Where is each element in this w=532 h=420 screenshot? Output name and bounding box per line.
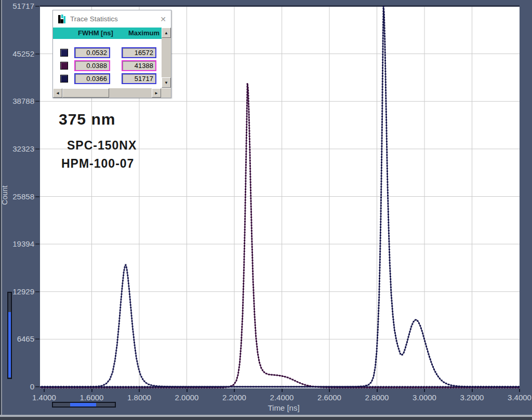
- x-tick-label: 3.0000: [406, 393, 443, 402]
- stats-row: 0.038841388: [53, 59, 162, 72]
- x-tick-label: 2.0000: [169, 393, 205, 402]
- y-tick-label: 32323: [3, 144, 34, 153]
- x-axis-title: Time [ns]: [258, 403, 310, 412]
- close-icon[interactable]: ✕: [160, 15, 166, 23]
- x-tick-mark: [44, 389, 45, 392]
- maximum-value-field: 16572: [122, 47, 156, 58]
- x-tick-label: 3.2000: [454, 393, 490, 402]
- y-tick-mark: [35, 291, 39, 292]
- scroll-down-icon[interactable]: ▼: [162, 77, 171, 88]
- y-tick-label: 51717: [3, 2, 34, 10]
- trace-2-series: [40, 83, 520, 388]
- y-tick-label: 0: [3, 382, 34, 391]
- stats-window-title: Trace Statistics: [70, 15, 160, 23]
- window-left-edge-highlight: [1, 0, 2, 420]
- column-header-maximum: Maximum: [126, 29, 162, 37]
- fwhm-value-field: 0.0366: [74, 73, 110, 84]
- y-tick-mark: [35, 6, 39, 7]
- x-tick-mark: [234, 389, 235, 392]
- annotation-detector: HPM-100-07: [61, 157, 134, 171]
- x-zoom-slider[interactable]: [52, 402, 116, 408]
- stats-header-row: FWHM [ns] Maximum: [53, 28, 162, 39]
- maximum-value-field: 41388: [122, 60, 156, 71]
- x-tick-label: 1.4000: [26, 393, 62, 402]
- trace-1-series: [40, 264, 520, 388]
- y-tick-label: 45252: [3, 49, 34, 58]
- annotation-module: SPC-150NX: [67, 139, 137, 153]
- y-tick-mark: [35, 338, 39, 340]
- x-tick-label: 3.4000: [501, 393, 532, 402]
- x-tick-mark: [282, 389, 283, 392]
- horizontal-scroll-thumb[interactable]: [62, 88, 109, 98]
- stats-window-titlebar[interactable]: Trace Statistics ✕: [53, 10, 171, 28]
- y-tick-mark: [35, 53, 39, 55]
- scroll-left-icon[interactable]: ◄: [53, 88, 62, 98]
- y-tick-mark: [35, 386, 39, 387]
- trace-statistics-window: Trace Statistics ✕ FWHM [ns] Maximum 0.0…: [52, 10, 171, 98]
- x-tick-label: 2.2000: [216, 393, 252, 402]
- trace-color-swatch[interactable]: [60, 49, 68, 57]
- x-tick-label: 1.8000: [121, 393, 157, 402]
- fwhm-value-field: 0.0388: [74, 60, 110, 71]
- maximum-value-field: 51717: [122, 73, 156, 84]
- x-tick-mark: [424, 389, 425, 392]
- x-tick-label: 2.8000: [359, 393, 395, 402]
- y-tick-label: 25858: [3, 192, 34, 201]
- window-bottom-edge: [0, 417, 532, 420]
- column-header-fwhm: FWHM [ns]: [68, 29, 124, 37]
- y-tick-mark: [35, 148, 39, 150]
- x-tick-label: 2.4000: [264, 393, 300, 402]
- x-zoom-slider-thumb[interactable]: [70, 403, 96, 407]
- stats-horizontal-scrollbar[interactable]: ◄ ►: [53, 88, 171, 98]
- trace-color-swatch[interactable]: [60, 62, 68, 70]
- x-tick-label: 1.6000: [74, 393, 110, 402]
- bh-logo-icon: [58, 15, 65, 23]
- scroll-up-icon[interactable]: ▲: [162, 28, 171, 38]
- x-tick-mark: [139, 389, 140, 392]
- stats-row: 0.036651717: [53, 72, 162, 85]
- y-zoom-slider[interactable]: [7, 292, 12, 379]
- trace-color-swatch[interactable]: [60, 75, 68, 83]
- stats-rows: 0.0532165720.0388413880.036651717: [53, 39, 162, 88]
- y-tick-label: 38788: [3, 97, 34, 105]
- x-tick-mark: [519, 389, 520, 392]
- x-tick-mark: [377, 389, 378, 392]
- fwhm-value-field: 0.0532: [74, 47, 110, 58]
- y-tick-label: 19394: [3, 239, 34, 248]
- y-tick-mark: [35, 196, 39, 197]
- y-zoom-slider-thumb[interactable]: [8, 312, 11, 377]
- x-tick-mark: [329, 389, 330, 392]
- x-tick-mark: [472, 389, 473, 392]
- x-tick-label: 2.6000: [311, 393, 348, 402]
- stats-vertical-scrollbar[interactable]: ▲ ▼: [162, 28, 171, 88]
- y-tick-mark: [35, 243, 39, 245]
- x-tick-mark: [187, 389, 188, 392]
- resize-grip[interactable]: [161, 88, 171, 98]
- scroll-right-icon[interactable]: ►: [152, 88, 161, 98]
- stats-row: 0.053216572: [53, 46, 162, 59]
- annotation-wavelength: 375 nm: [59, 111, 115, 128]
- x-tick-mark: [91, 389, 92, 392]
- y-tick-mark: [35, 101, 39, 102]
